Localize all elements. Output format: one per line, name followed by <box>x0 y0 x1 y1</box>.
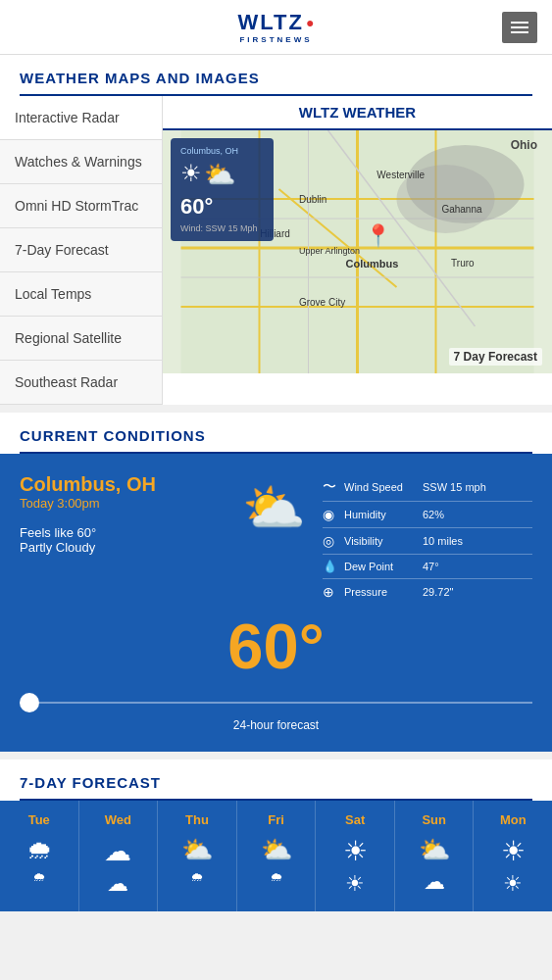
humidity-icon: ◉ <box>323 507 344 522</box>
description: Partly Cloudy <box>20 540 229 555</box>
logo-subtext: FIRSTNEWS <box>239 35 312 44</box>
day-name: Thu <box>163 812 231 827</box>
visibility-value: 10 miles <box>423 535 463 547</box>
day-icon-fri: ⛅ <box>242 835 311 865</box>
forecast-dot <box>20 693 39 712</box>
rain-icon-fri: 🌧 <box>242 869 311 884</box>
conditions-left: Columbus, OH Today 3:00pm Feels like 60°… <box>20 473 229 555</box>
sidebar-item-7day[interactable]: 7-Day Forecast <box>0 228 162 272</box>
day-name: Fri <box>242 812 311 827</box>
map-label-westerville: Westerville <box>376 170 425 180</box>
forecast-day-wed: Wed ☁ ☁ <box>79 801 159 911</box>
menu-icon <box>511 22 528 24</box>
forecast-bar[interactable] <box>20 693 532 712</box>
sidebar-item-interactive-radar[interactable]: Interactive Radar <box>0 96 162 140</box>
weather-maps-section: WEATHER MAPS AND IMAGES <box>0 55 552 96</box>
city-name: Columbus, OH <box>20 473 229 496</box>
map-label-grove-city: Grove City <box>299 297 345 308</box>
sidebar-item-omni-hd[interactable]: Omni HD StormTrac <box>0 184 162 228</box>
maps-content: Interactive Radar Watches & Warnings Omn… <box>0 96 552 405</box>
day-icon-thu: ⛅ <box>163 835 231 865</box>
header: WLTZ ● FIRSTNEWS <box>0 0 552 55</box>
forecast-day-sat: Sat ☀ ☀ <box>316 801 395 911</box>
sidebar-item-local-temps[interactable]: Local Temps <box>0 272 162 317</box>
day-icon-wed: ☁ <box>84 835 153 867</box>
visibility-icon: ◎ <box>323 533 344 549</box>
map-label-columbus: Columbus <box>346 258 399 270</box>
logo: WLTZ ● FIRSTNEWS <box>238 10 315 44</box>
conditions-box: Columbus, OH Today 3:00pm Feels like 60°… <box>0 454 552 752</box>
section-title: WEATHER MAPS AND IMAGES <box>20 70 532 96</box>
day-name: Tue <box>5 812 74 827</box>
day-icon-tue: 🌧 <box>5 835 74 865</box>
map-label-dublin: Dublin <box>299 194 326 205</box>
dew-value: 47° <box>423 561 439 572</box>
section-title: CURRENT CONDITIONS <box>20 427 532 454</box>
maps-sidebar: Interactive Radar Watches & Warnings Omn… <box>0 96 162 405</box>
dew-label: Dew Point <box>344 561 423 572</box>
forecast-day-tue: Tue 🌧 🌧 <box>0 801 79 911</box>
day-name: Sat <box>321 812 389 827</box>
conditions-date: Today 3:00pm <box>20 496 229 511</box>
visibility-label: Visibility <box>344 535 423 547</box>
map-weather-widget: Columbus, OH ☀⛅ 60° Wind: SSW 15 Mph <box>171 138 274 241</box>
section-title: 7-DAY FORECAST <box>20 774 532 801</box>
big-temperature: 60° <box>20 610 532 683</box>
logo-dot: ● <box>306 15 314 30</box>
day-name: Wed <box>84 812 153 827</box>
day-name: Sun <box>400 812 469 827</box>
sidebar-item-watches-warnings[interactable]: Watches & Warnings <box>0 140 162 184</box>
forecast-line <box>39 702 532 704</box>
map-label-truro: Truro <box>451 258 475 269</box>
rain-icon-tue: 🌧 <box>5 869 74 884</box>
map-forecast-label: 7 Day Forecast <box>449 348 542 366</box>
map-city-label: Columbus, OH <box>180 146 264 156</box>
wind-value: SSW 15 mph <box>423 481 486 493</box>
conditions-stats: 〜 Wind Speed SSW 15 mph ◉ Humidity 62% ◎… <box>323 473 532 605</box>
forecast-day-mon: Mon ☀ ☀ <box>474 801 552 911</box>
wind-label: Wind Speed <box>344 481 423 493</box>
logo-main: WLTZ <box>238 10 304 35</box>
humidity-label: Humidity <box>344 509 423 520</box>
forecast-label: 24-hour forecast <box>20 718 532 732</box>
menu-button[interactable] <box>502 12 537 43</box>
pressure-icon: ⊕ <box>323 584 344 600</box>
sun-icon-mon: ☀ <box>478 871 547 897</box>
conditions-weather-icon: ⛅ <box>229 473 318 538</box>
sidebar-item-southeast-radar[interactable]: Southeast Radar <box>0 361 162 405</box>
location-pin: 📍 <box>365 223 391 249</box>
stat-row-humidity: ◉ Humidity 62% <box>323 502 532 528</box>
forecast-day-sun: Sun ⛅ ☁ <box>395 801 475 911</box>
humidity-value: 62% <box>423 509 444 520</box>
dew-icon: 💧 <box>323 560 344 573</box>
map-weather-icon: ☀⛅ <box>180 160 264 190</box>
map-wind: Wind: SSW 15 Mph <box>180 223 264 233</box>
maps-main-title: WLTZ WEATHER <box>163 96 552 130</box>
stat-row-dew: 💧 Dew Point 47° <box>323 555 532 579</box>
feels-like: Feels like 60° <box>20 525 229 540</box>
seven-day-section: 7-DAY FORECAST <box>0 760 552 801</box>
cloud-icon-wed: ☁ <box>84 871 153 897</box>
stat-row-visibility: ◎ Visibility 10 miles <box>323 528 532 555</box>
day-icon-mon: ☀ <box>478 835 547 867</box>
map-label-gahanna: Gahanna <box>441 204 481 215</box>
map-label-ohio: Ohio <box>511 138 537 152</box>
current-conditions-section: CURRENT CONDITIONS <box>0 413 552 454</box>
wind-icon: 〜 <box>323 478 344 496</box>
stat-row-pressure: ⊕ Pressure 29.72" <box>323 579 532 605</box>
cloud-icon-sun: ☁ <box>400 869 469 895</box>
maps-main: WLTZ WEATHER <box>162 96 552 405</box>
day-icon-sat: ☀ <box>321 835 389 867</box>
map-label-upper-arlington: Upper Arlington <box>299 246 360 256</box>
sun-icon-sat: ☀ <box>321 871 389 897</box>
day-name: Mon <box>478 812 547 827</box>
sidebar-item-regional-satellite[interactable]: Regional Satellite <box>0 317 162 361</box>
menu-icon <box>511 31 528 33</box>
conditions-top: Columbus, OH Today 3:00pm Feels like 60°… <box>20 473 532 605</box>
forecast-day-thu: Thu ⛅ 🌧 <box>158 801 237 911</box>
pressure-value: 29.72" <box>423 586 453 598</box>
pressure-label: Pressure <box>344 586 423 598</box>
map-container: Ohio Westerville Dublin Hilliard Gahanna… <box>163 130 552 373</box>
map-temp: 60° <box>180 194 264 220</box>
rain-icon-thu: 🌧 <box>163 869 231 884</box>
